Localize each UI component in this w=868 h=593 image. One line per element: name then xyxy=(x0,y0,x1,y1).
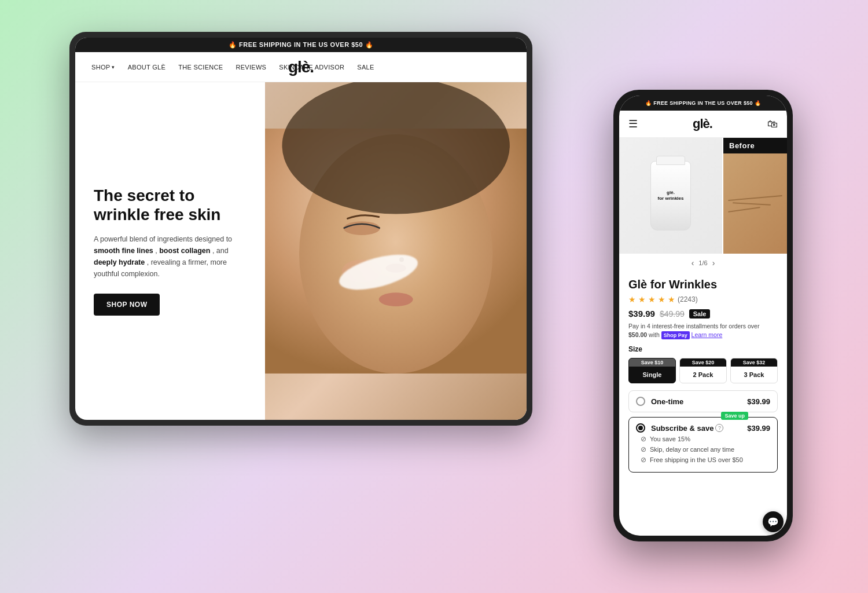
star-2: ★ xyxy=(638,295,646,304)
subscribe-radio xyxy=(636,423,645,433)
save-up-badge: Save up xyxy=(721,412,748,420)
pagination-prev[interactable]: ‹ xyxy=(692,258,694,268)
installment-info: Pay in 4 interest-free installments for … xyxy=(628,322,778,339)
size-save-single: Save $10 xyxy=(629,358,675,367)
benefit-1: ⊘ You save 15% xyxy=(641,435,770,443)
size-single[interactable]: Save $10 Single xyxy=(628,358,676,383)
pagination-count: 1/6 xyxy=(698,259,707,266)
star-5: ★ xyxy=(668,295,675,304)
wrinkle-line xyxy=(728,207,760,213)
tablet-nav-links: SHOP ABOUT GLÈ THE SCIENCE REVIEWS SKINC… xyxy=(91,64,374,71)
svg-point-6 xyxy=(378,292,413,306)
phone-device: 🔥 FREE SHIPPING IN THE US OVER $50 🔥 ☰ g… xyxy=(613,90,793,541)
shop-now-button[interactable]: SHOP NOW xyxy=(94,294,160,316)
size-2pack[interactable]: Save $20 2 Pack xyxy=(679,358,727,383)
product-info: Glè for Wrinkles ★ ★ ★ ★ ★ (2243) $39.99… xyxy=(619,272,787,536)
onetime-radio xyxy=(636,397,645,406)
nav-science[interactable]: THE SCIENCE xyxy=(178,64,223,71)
size-name-3pack: 3 Pack xyxy=(744,371,764,378)
subscribe-price: $39.99 xyxy=(747,424,770,433)
tablet-hero-text: The secret to wrinkle free skin A powerf… xyxy=(75,82,265,420)
radio-inner xyxy=(638,426,643,430)
review-count: (2243) xyxy=(678,295,698,303)
size-name-2pack: 2 Pack xyxy=(693,371,713,378)
tablet-hero-image xyxy=(265,82,527,420)
star-3: ★ xyxy=(648,295,656,304)
star-4: ★ xyxy=(658,295,665,304)
subscribe-label: Subscribe & save xyxy=(651,424,713,433)
phone-topbar-fire1: 🔥 xyxy=(645,100,652,106)
hero-description: A powerful blend of ingredients designed… xyxy=(94,233,249,280)
product-title: Glè for Wrinkles xyxy=(628,278,778,291)
hero-highlight3: deeply hydrate xyxy=(94,258,145,266)
phone-screen: 🔥 FREE SHIPPING IN THE US OVER $50 🔥 ☰ g… xyxy=(619,96,787,536)
pagination-next[interactable]: › xyxy=(712,258,715,268)
face-illustration xyxy=(265,82,527,420)
size-options: Save $10 Single Save $20 2 Pack Save $32… xyxy=(628,358,778,383)
svg-point-2 xyxy=(282,82,509,214)
tablet-topbar-fire1: 🔥 xyxy=(229,41,237,48)
phone-logo[interactable]: glè. xyxy=(693,116,712,131)
chat-bubble[interactable]: 💬 xyxy=(763,511,784,532)
bottle-cap xyxy=(656,156,685,165)
subscribe-left: Subscribe & save ? xyxy=(636,423,723,433)
tablet-logo[interactable]: glè. xyxy=(288,58,314,76)
product-bottle: glè. for wrinkles xyxy=(650,161,691,230)
benefit-check-3: ⊘ xyxy=(641,456,646,464)
phone-nav: ☰ glè. 🛍 xyxy=(619,111,787,138)
size-name-single: Single xyxy=(642,371,661,378)
face-background xyxy=(265,82,527,420)
product-stars: ★ ★ ★ ★ ★ (2243) xyxy=(628,295,778,304)
phone-topbar-text: FREE SHIPPING IN THE US OVER $50 xyxy=(653,100,753,106)
nav-about[interactable]: ABOUT GLÈ xyxy=(128,64,165,71)
size-3pack[interactable]: Save $32 3 Pack xyxy=(730,358,778,383)
nav-reviews[interactable]: REVIEWS xyxy=(236,64,266,71)
learn-more-link[interactable]: Learn more xyxy=(692,331,723,338)
size-save-3pack: Save $32 xyxy=(731,358,777,367)
subscribe-option[interactable]: Save up Subscribe & save ? $39.99 ⊘ You … xyxy=(628,417,778,473)
installment-amount: $50.00 xyxy=(628,331,647,338)
nav-shop[interactable]: SHOP xyxy=(91,64,115,71)
tablet-topbar-text: FREE SHIPPING IN THE US OVER $50 xyxy=(239,41,363,48)
onetime-label: One-time xyxy=(651,397,683,406)
phone-topbar-fire2: 🔥 xyxy=(755,100,761,106)
tablet-hero: The secret to wrinkle free skin A powerf… xyxy=(75,82,527,420)
size-save-2pack: Save $20 xyxy=(680,358,726,367)
benefit-check-2: ⊘ xyxy=(641,445,646,453)
hero-heading: The secret to wrinkle free skin xyxy=(94,186,249,224)
benefit-2: ⊘ Skip, delay or cancel any time xyxy=(641,445,770,453)
tablet-topbar-fire2: 🔥 xyxy=(365,41,374,48)
price-current: $39.99 xyxy=(628,309,655,319)
phone-topbar: 🔥 FREE SHIPPING IN THE US OVER $50 🔥 xyxy=(619,96,787,111)
nav-sale[interactable]: SALE xyxy=(357,64,374,71)
hero-highlight2: boost collagen xyxy=(159,247,210,255)
tablet-topbar: 🔥 FREE SHIPPING IN THE US OVER $50 🔥 xyxy=(75,38,527,52)
hamburger-icon[interactable]: ☰ xyxy=(628,118,638,130)
product-images: glè. for wrinkles Before xyxy=(619,138,787,254)
product-before-image: Before xyxy=(723,138,787,254)
sale-badge: Sale xyxy=(689,309,711,319)
help-icon[interactable]: ? xyxy=(715,424,723,432)
wrinkle-lines xyxy=(723,153,787,254)
onetime-price: $39.99 xyxy=(747,397,770,406)
image-pagination: ‹ 1/6 › xyxy=(619,254,787,272)
benefit-3: ⊘ Free shipping in the US over $50 xyxy=(641,456,770,464)
price-original: $49.99 xyxy=(660,309,685,319)
product-price: $39.99 $49.99 Sale xyxy=(628,309,778,319)
tablet-screen: 🔥 FREE SHIPPING IN THE US OVER $50 🔥 SHO… xyxy=(75,38,527,420)
tablet-nav: SHOP ABOUT GLÈ THE SCIENCE REVIEWS SKINC… xyxy=(75,52,527,82)
cart-icon[interactable]: 🛍 xyxy=(767,118,778,130)
benefit-check-1: ⊘ xyxy=(641,435,646,443)
wrinkle-line xyxy=(733,202,771,205)
size-label: Size xyxy=(628,345,778,353)
star-1: ★ xyxy=(628,295,636,304)
bottle-label: glè. for wrinkles xyxy=(658,190,684,202)
wrinkle-line xyxy=(728,195,782,200)
before-skin xyxy=(723,153,787,254)
product-main-image: glè. for wrinkles xyxy=(619,138,723,254)
onetime-left: One-time xyxy=(636,397,683,406)
before-label: Before xyxy=(723,138,787,153)
onetime-option[interactable]: One-time $39.99 xyxy=(628,390,778,412)
tablet-device: 🔥 FREE SHIPPING IN THE US OVER $50 🔥 SHO… xyxy=(69,32,532,426)
hero-highlight1: smooth fine lines xyxy=(94,247,153,255)
